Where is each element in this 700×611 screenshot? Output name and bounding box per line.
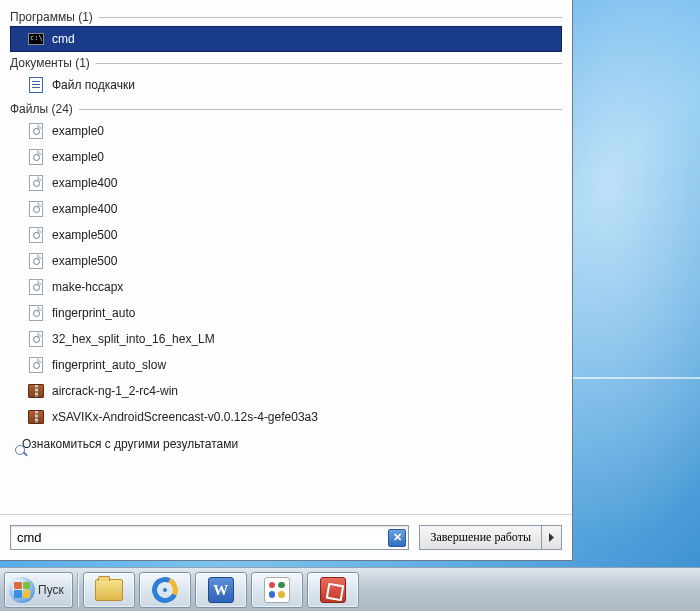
cmd-icon	[28, 31, 44, 47]
start-button[interactable]: Пуск	[4, 572, 73, 608]
search-results-area: Программы (1) cmd Документы (1) Файл под…	[0, 0, 572, 514]
files-item[interactable]: aircrack-ng-1_2-rc4-win	[10, 378, 562, 404]
files-item[interactable]: example0	[10, 118, 562, 144]
file-icon	[28, 331, 44, 347]
dots-icon	[264, 577, 290, 603]
desktop-flare-line	[570, 377, 700, 379]
file-icon	[28, 123, 44, 139]
section-label: Программы (1)	[10, 10, 99, 24]
section-header-files: Файлы (24)	[10, 102, 562, 116]
result-item-label: cmd	[52, 32, 75, 46]
programs-item[interactable]: cmd	[10, 26, 562, 52]
result-item-label: example500	[52, 254, 117, 268]
more-results-link[interactable]: Ознакомиться с другими результатами	[10, 430, 562, 458]
file-icon	[28, 227, 44, 243]
section-rule	[79, 109, 562, 110]
files-item[interactable]: fingerprint_auto	[10, 300, 562, 326]
result-item-label: example400	[52, 202, 117, 216]
file-icon	[28, 279, 44, 295]
chevron-right-icon	[548, 533, 555, 542]
files-item[interactable]: example400	[10, 170, 562, 196]
documents-item[interactable]: Файл подкачки	[10, 72, 562, 98]
archive-icon	[28, 383, 44, 399]
start-menu-search-panel: Программы (1) cmd Документы (1) Файл под…	[0, 0, 573, 561]
file-icon	[28, 305, 44, 321]
files-item[interactable]: example0	[10, 144, 562, 170]
search-box[interactable]: ✕	[10, 525, 409, 550]
start-label: Пуск	[38, 583, 64, 597]
shutdown-button[interactable]: Завершение работы	[419, 525, 542, 550]
result-item-label: fingerprint_auto	[52, 306, 135, 320]
files-item[interactable]: example500	[10, 222, 562, 248]
result-item-label: Файл подкачки	[52, 78, 135, 92]
browser-icon	[148, 573, 181, 606]
files-item[interactable]: fingerprint_auto_slow	[10, 352, 562, 378]
section-rule	[96, 63, 562, 64]
section-header-documents: Документы (1)	[10, 56, 562, 70]
doc-icon	[28, 77, 44, 93]
taskbar-app-explorer[interactable]	[83, 572, 135, 608]
section-label: Файлы (24)	[10, 102, 79, 116]
taskbar: Пуск W	[0, 567, 700, 611]
section-header-programs: Программы (1)	[10, 10, 562, 24]
shutdown-label: Завершение работы	[430, 530, 531, 545]
windows-logo-icon	[9, 577, 35, 603]
shutdown-split-button: Завершение работы	[419, 525, 562, 550]
file-icon	[28, 253, 44, 269]
file-icon	[28, 149, 44, 165]
shutdown-options-button[interactable]	[542, 525, 562, 550]
taskbar-app-capture[interactable]	[307, 572, 359, 608]
clear-search-button[interactable]: ✕	[388, 529, 406, 547]
taskbar-app-meet[interactable]	[251, 572, 303, 608]
taskbar-app-word[interactable]: W	[195, 572, 247, 608]
files-item[interactable]: 32_hex_split_into_16_hex_LM	[10, 326, 562, 352]
result-item-label: 32_hex_split_into_16_hex_LM	[52, 332, 215, 346]
files-item[interactable]: xSAVIKx-AndroidScreencast-v0.0.12s-4-gef…	[10, 404, 562, 430]
files-item[interactable]: example500	[10, 248, 562, 274]
section-label: Документы (1)	[10, 56, 96, 70]
taskbar-app-browser[interactable]	[139, 572, 191, 608]
result-item-label: make-hccapx	[52, 280, 123, 294]
files-item[interactable]: make-hccapx	[10, 274, 562, 300]
result-item-label: fingerprint_auto_slow	[52, 358, 166, 372]
result-item-label: xSAVIKx-AndroidScreencast-v0.0.12s-4-gef…	[52, 410, 318, 424]
file-icon	[28, 175, 44, 191]
result-item-label: example0	[52, 124, 104, 138]
section-rule	[99, 17, 562, 18]
word-icon: W	[208, 577, 234, 603]
archive-icon	[28, 409, 44, 425]
result-item-label: aircrack-ng-1_2-rc4-win	[52, 384, 178, 398]
capture-icon	[320, 577, 346, 603]
more-results-label: Ознакомиться с другими результатами	[22, 437, 238, 451]
result-item-label: example400	[52, 176, 117, 190]
result-item-label: example500	[52, 228, 117, 242]
start-menu-bottom-bar: ✕ Завершение работы	[0, 514, 572, 560]
search-input[interactable]	[17, 530, 388, 545]
file-icon	[28, 357, 44, 373]
folder-icon	[95, 579, 123, 601]
files-item[interactable]: example400	[10, 196, 562, 222]
file-icon	[28, 201, 44, 217]
taskbar-divider	[77, 573, 79, 607]
result-item-label: example0	[52, 150, 104, 164]
